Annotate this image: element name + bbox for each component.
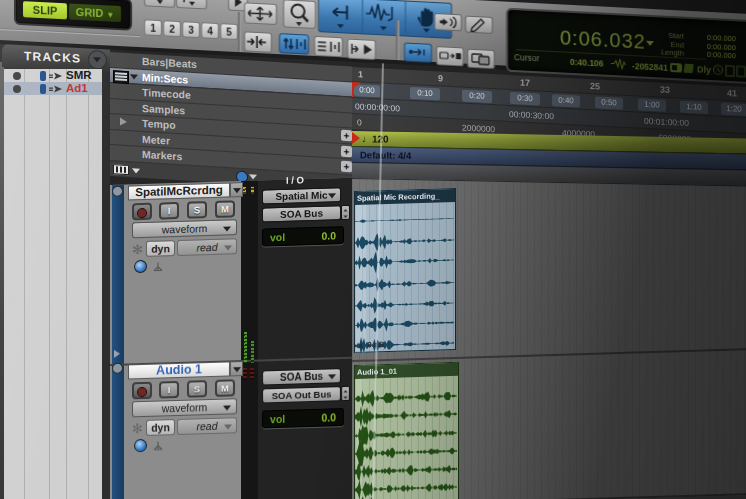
svg-text:Dly: Dly (697, 64, 711, 75)
